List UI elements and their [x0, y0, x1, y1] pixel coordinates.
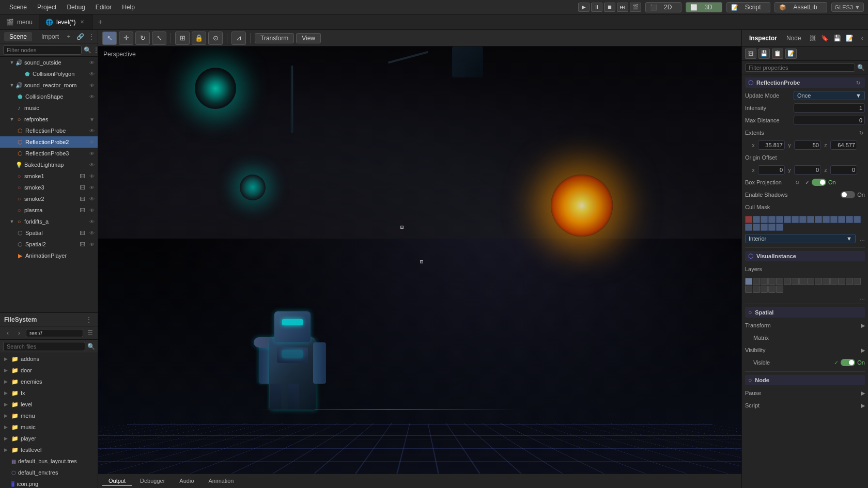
insp-interior-more[interactable]: … [860, 236, 865, 242]
tree-item-smoke1[interactable]: ○ smoke1 🎞 👁 [0, 170, 98, 182]
stop-button[interactable]: ⏹ [604, 3, 615, 12]
fs-item-level[interactable]: ▶ 📁 level [0, 399, 98, 410]
tree-film-smoke3[interactable]: 🎞 [79, 184, 86, 191]
fs-item-enemies[interactable]: ▶ 📁 enemies [0, 376, 98, 387]
view-label[interactable]: View [296, 33, 321, 43]
tree-item-sound-outside[interactable]: ▼ 🔊 sound_outside 👁 [0, 57, 98, 68]
cull-cell-18[interactable] [761, 224, 768, 231]
fs-item-default-bus-layout[interactable]: ▦ default_bus_layout.tres [0, 455, 98, 467]
tree-item-forklifts-a[interactable]: ▼ ○ forklifts_a 👁 [0, 216, 98, 227]
tree-film-spatial[interactable]: 🎞 [79, 229, 86, 237]
inspector-search-input[interactable] [745, 64, 855, 72]
cull-cell-11[interactable] [823, 216, 830, 223]
mode-2d[interactable]: ⬛ 2D [645, 2, 681, 12]
layer-cell-12[interactable] [830, 278, 838, 285]
cull-cell-2[interactable] [753, 216, 760, 223]
layer-cell-15[interactable] [854, 278, 861, 285]
pause-arrow[interactable]: ▶ [861, 390, 865, 397]
tree-eye-plasma[interactable]: 👁 [88, 207, 96, 214]
tree-eye-reflection-probe2[interactable]: 👁 [88, 138, 96, 146]
tree-item-reflection-probe[interactable]: ⬡ ReflectionProbe 👁 [0, 125, 98, 136]
tree-eye-smoke3[interactable]: 👁 [88, 184, 96, 191]
transform-arrow[interactable]: ▶ [861, 322, 865, 329]
tree-item-spatial[interactable]: ⬡ Spatial 🎞 👁 [0, 227, 98, 239]
tree-film-smoke1[interactable]: 🎞 [79, 172, 86, 180]
movie-button[interactable]: 🎬 [630, 3, 641, 12]
tree-item-smoke3[interactable]: ○ smoke3 🎞 👁 [0, 182, 98, 193]
insp-icon-history[interactable]: 🖼 [808, 33, 818, 43]
insp-field-origin-z[interactable] [830, 165, 857, 175]
enable-shadows-switch[interactable] [841, 191, 855, 198]
insp-icon-save[interactable]: 💾 [832, 33, 843, 43]
box-projection-toggle[interactable]: On [812, 179, 836, 186]
fs-item-icon-png[interactable]: i icon.png [0, 478, 98, 488]
layer-cell-19[interactable] [768, 286, 776, 293]
mode-script[interactable]: 📝 Script [726, 2, 771, 12]
tree-eye-forklifts-a[interactable]: 👁 [88, 218, 96, 225]
mode-assetlib[interactable]: 📦 AssetLib [774, 2, 827, 12]
menu-project[interactable]: Project [32, 4, 61, 11]
tree-eye-collision-polygon[interactable]: 👁 [88, 70, 96, 77]
fs-item-fx[interactable]: ▶ 📁 fx [0, 387, 98, 399]
layer-cell-8[interactable] [799, 278, 807, 285]
tree-item-sound-reactor-room[interactable]: ▼ 🔊 sound_reactor_room 👁 [0, 80, 98, 91]
filesystem-menu-button[interactable]: ⋮ [84, 315, 94, 324]
insp-field-extents-z[interactable] [830, 140, 857, 150]
tree-item-refprobes[interactable]: ▼ ○ refprobes ▼ [0, 114, 98, 125]
tree-item-plasma[interactable]: ○ plasma 🎞 👁 [0, 204, 98, 216]
tree-film-plasma[interactable]: 🎞 [79, 207, 86, 214]
scene-tab-import[interactable]: Import [36, 32, 64, 41]
menu-scene[interactable]: Scene [4, 4, 32, 11]
layer-cell-6[interactable] [784, 278, 791, 285]
tool-scale[interactable]: ⤡ [152, 32, 166, 45]
fs-item-testlevel[interactable]: ▶ 📁 testlevel [0, 444, 98, 455]
menu-editor[interactable]: Editor [90, 4, 117, 11]
layer-cell-9[interactable] [807, 278, 814, 285]
cull-cell-12[interactable] [830, 216, 838, 223]
tree-eye-smoke1[interactable]: 👁 [88, 172, 96, 180]
cull-cell-19[interactable] [768, 224, 776, 231]
fs-search-input[interactable] [3, 342, 85, 351]
layer-cell-11[interactable] [823, 278, 830, 285]
tab-level[interactable]: 🌐 level(*) ✕ [39, 14, 92, 29]
layer-cell-14[interactable] [846, 278, 853, 285]
tree-eye-reflection-probe[interactable]: 👁 [88, 127, 96, 134]
cull-cell-7[interactable] [792, 216, 799, 223]
mode-3d[interactable]: ⬜ 3D [686, 2, 722, 12]
scene-tab-scene[interactable]: Scene [4, 32, 32, 41]
insp-section-spatial[interactable]: ○ Spatial [745, 307, 865, 318]
tree-film-smoke2[interactable]: 🎞 [79, 195, 86, 202]
cull-cell-1[interactable] [745, 216, 752, 223]
tree-eye-refprobes[interactable]: ▼ [88, 116, 96, 123]
tree-eye-reflection-probe3[interactable]: 👁 [88, 150, 96, 157]
tool-transform-space[interactable]: ⊿ [231, 32, 246, 45]
inspector-tab-node[interactable]: Node [783, 34, 804, 43]
layer-cell-3[interactable] [761, 278, 768, 285]
insp-dropdown-update-mode[interactable]: Once ▼ [794, 91, 865, 100]
insp-section-node[interactable]: ○ Node [745, 375, 865, 385]
visible-switch[interactable] [841, 359, 855, 366]
tree-eye-sound-reactor-room[interactable]: 👁 [88, 82, 96, 89]
tab-close-button[interactable]: ✕ [79, 19, 86, 26]
tree-item-baked-lightmap[interactable]: 💡 BakedLightmap 👁 [0, 159, 98, 170]
layer-cell-2[interactable] [753, 278, 760, 285]
pause-button[interactable]: ⏸ [591, 3, 602, 12]
fs-forward-button[interactable]: › [14, 328, 24, 338]
layer-cell-13[interactable] [838, 278, 845, 285]
fs-toggle-button[interactable]: ☰ [85, 328, 95, 338]
fs-item-music[interactable]: ▶ 📁 music [0, 421, 98, 433]
insp-nav-back[interactable]: ‹ [857, 33, 867, 43]
insp-toolbar-btn-4[interactable]: 📝 [785, 49, 797, 59]
layer-cell-5[interactable] [776, 278, 783, 285]
cull-cell-5[interactable] [776, 216, 783, 223]
insp-field-extents-x[interactable] [758, 140, 785, 150]
tree-eye-spatial[interactable]: 👁 [88, 229, 96, 237]
cull-cell-4[interactable] [768, 216, 776, 223]
cull-cell-20[interactable] [776, 224, 783, 231]
fs-item-addons[interactable]: ▶ 📁 addons [0, 353, 98, 365]
tree-film-spatial2[interactable]: 🎞 [79, 241, 86, 248]
insp-extents-refresh[interactable]: ↻ [858, 129, 865, 136]
visible-toggle[interactable]: On [841, 359, 865, 366]
layers-more-btn[interactable]: … [860, 295, 865, 301]
layer-cell-20[interactable] [776, 286, 783, 293]
